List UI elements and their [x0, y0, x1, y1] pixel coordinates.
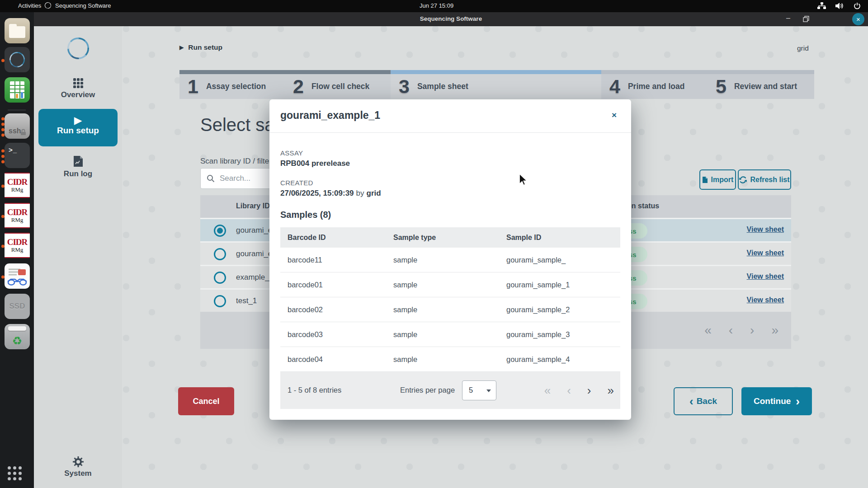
app-logo: [66, 36, 90, 62]
refresh-list-button[interactable]: Refresh list: [738, 169, 791, 190]
ssh-label: ssh: [9, 127, 21, 135]
sample-row: barcode02 sample gourami_sample_2: [280, 297, 620, 322]
assay-value: RPB004 prerelease: [280, 159, 350, 168]
dock-cidr-3[interactable]: CIDRRMg: [0, 233, 34, 260]
dock-terminal[interactable]: >_: [0, 143, 34, 170]
close-icon: ×: [856, 15, 860, 23]
last-page-icon[interactable]: »: [771, 323, 778, 338]
system-top-bar: Activities Sequencing Software Jun 27 15…: [0, 0, 868, 12]
step-prime-and-load[interactable]: 4Prime and load: [601, 70, 708, 99]
dock-divider: [8, 110, 26, 110]
next-page-icon[interactable]: ›: [750, 323, 754, 338]
radio-icon[interactable]: [214, 272, 226, 284]
dock-libreoffice-calc[interactable]: [0, 77, 34, 104]
view-sheet-link[interactable]: View sheet: [747, 249, 784, 257]
sidebar-item-overview[interactable]: Overview: [34, 78, 122, 99]
sidebar-item-system[interactable]: System: [34, 456, 122, 478]
spreadsheet-icon: [5, 77, 30, 103]
created-label: CREATED: [280, 179, 313, 187]
cidr-rmg-icon: CIDRRMg: [5, 233, 30, 258]
sample-row: barcode03 sample gourami_sample_3: [280, 322, 620, 347]
prev-page-icon[interactable]: ‹: [729, 323, 733, 338]
sample-row: barcode11 sample gourami_sample_: [280, 248, 620, 272]
focused-app-menu[interactable]: Sequencing Software: [44, 2, 111, 9]
first-page-icon[interactable]: «: [704, 323, 712, 338]
dock-ssd[interactable]: SSD: [0, 294, 34, 321]
cancel-button[interactable]: Cancel: [178, 387, 234, 415]
prev-page-icon[interactable]: ‹: [567, 384, 571, 398]
dock-sequencing-software[interactable]: [0, 47, 34, 74]
dock-cidr-2[interactable]: CIDRRMg: [0, 203, 34, 230]
import-button[interactable]: Import: [699, 169, 736, 190]
window-title: Sequencing Software: [34, 15, 868, 22]
system-tray[interactable]: [817, 2, 861, 9]
sidebar-item-run-setup[interactable]: ▶ Run setup: [38, 109, 118, 146]
samples-table: Barcode ID Sample type Sample ID barcode…: [280, 227, 620, 372]
restore-icon: [803, 16, 809, 22]
samples-heading: Samples (8): [280, 210, 331, 220]
lock-icon: [20, 128, 27, 136]
step-progress: 1Assay selection 2Flow cell check 3Sampl…: [179, 70, 814, 99]
continue-button[interactable]: Continue ›: [741, 387, 812, 415]
app-sidebar: Overview ▶ Run setup Run log: [34, 26, 122, 488]
first-page-icon[interactable]: «: [544, 384, 551, 398]
document-viewer-icon: [5, 263, 30, 289]
window-titlebar: Sequencing Software – ×: [34, 12, 868, 26]
dock-document-viewer[interactable]: [0, 263, 34, 291]
dock: ssh >_ CIDRRMg CIDRRMg CIDRRMg SSD: [0, 12, 34, 488]
show-applications-button[interactable]: [8, 466, 22, 480]
play-icon: ▶: [38, 115, 118, 126]
network-icon: [817, 2, 826, 9]
step-sample-sheet[interactable]: 3Sample sheet: [391, 70, 601, 99]
view-sheet-link[interactable]: View sheet: [747, 225, 784, 234]
sample-sheet-modal: gourami_example_1 × ASSAY RPB004 prerele…: [269, 99, 631, 420]
dock-trash[interactable]: ♻: [0, 324, 34, 351]
divider: [269, 132, 631, 133]
next-page-icon[interactable]: ›: [587, 384, 591, 398]
recycle-icon: ♻: [5, 334, 30, 347]
entries-per-page-label: Entries per page: [400, 386, 455, 394]
app-swirl-icon: [44, 2, 52, 9]
restore-button[interactable]: [803, 16, 809, 24]
chevron-down-icon: [486, 389, 491, 392]
mouse-cursor: [518, 173, 528, 187]
step-flow-cell-check[interactable]: 2Flow cell check: [285, 70, 391, 99]
entries-per-page-select[interactable]: 5: [462, 380, 496, 400]
dock-cidr-1[interactable]: CIDRRMg: [0, 173, 34, 200]
play-icon: ▶: [179, 44, 184, 51]
view-sheet-link[interactable]: View sheet: [747, 272, 784, 281]
dock-ssh[interactable]: ssh: [0, 113, 34, 141]
radio-icon[interactable]: [214, 295, 226, 307]
step-assay-selection[interactable]: 1Assay selection: [179, 70, 285, 99]
close-window-button[interactable]: ×: [852, 13, 864, 25]
minimize-button[interactable]: –: [786, 14, 790, 22]
files-icon: [5, 18, 30, 43]
back-button[interactable]: ‹ Back: [674, 387, 733, 415]
modal-title: gourami_example_1: [280, 109, 380, 122]
dock-files[interactable]: [0, 18, 34, 45]
clock[interactable]: Jun 27 15:09: [420, 2, 453, 9]
grid-icon: [73, 78, 84, 89]
sample-row: barcode04 sample gourami_sample_4: [280, 347, 620, 372]
search-icon: [207, 174, 215, 183]
cidr-rmg-icon: CIDRRMg: [5, 173, 30, 198]
view-sheet-link[interactable]: View sheet: [747, 296, 784, 304]
refresh-icon: [739, 176, 747, 183]
last-page-icon[interactable]: »: [608, 384, 614, 398]
radio-selected-icon[interactable]: [214, 225, 226, 237]
sidebar-item-run-log[interactable]: Run log: [34, 155, 122, 178]
created-value: 27/06/2025, 15:09:39 by grid: [280, 189, 381, 198]
ssh-icon: ssh: [5, 113, 30, 139]
assay-label: ASSAY: [280, 149, 303, 157]
ssd-icon: SSD: [5, 294, 30, 319]
import-file-icon: [702, 176, 708, 183]
terminal-icon: >_: [5, 143, 30, 168]
activities-button[interactable]: Activities: [18, 2, 41, 9]
sequencing-software-icon: [5, 47, 30, 72]
samples-table-header: Barcode ID Sample type Sample ID: [280, 227, 620, 248]
radio-icon[interactable]: [214, 248, 226, 260]
samples-pagination: 1 - 5 of 8 entries Entries per page 5 « …: [280, 372, 620, 409]
trash-icon: ♻: [5, 324, 30, 349]
close-icon[interactable]: ×: [612, 110, 617, 120]
step-review-and-start[interactable]: 5Review and start: [708, 70, 814, 99]
